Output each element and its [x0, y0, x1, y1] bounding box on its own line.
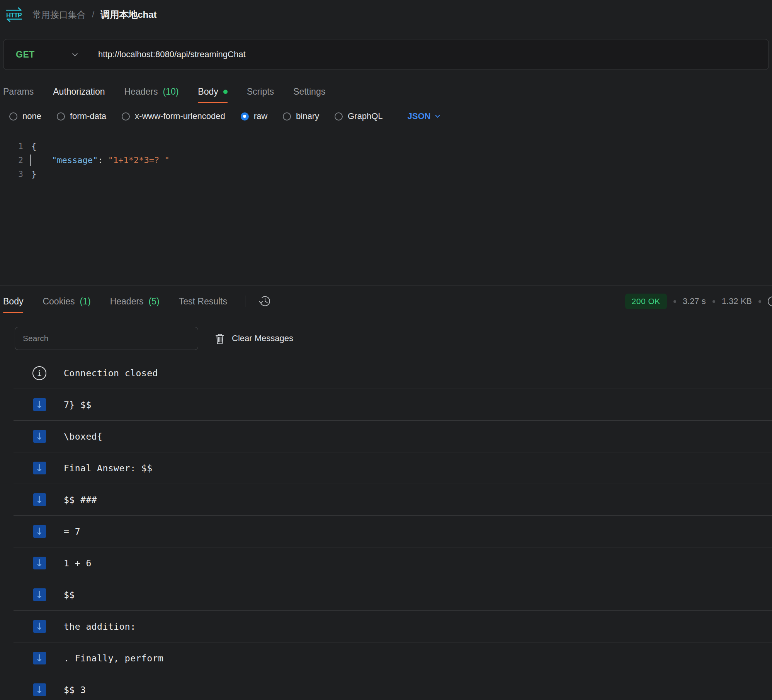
divider — [88, 46, 88, 63]
clipped-icon — [768, 296, 772, 306]
radio-icon — [122, 112, 130, 121]
code-token: "message" — [52, 155, 98, 165]
download-icon: ↓ — [33, 430, 46, 443]
body-type-raw[interactable]: raw — [241, 111, 267, 121]
request-tab-headers[interactable]: Headers(10) — [124, 80, 179, 103]
code-token — [31, 155, 52, 165]
tab-label: Settings — [293, 87, 325, 97]
response-time: 3.27 s — [683, 296, 706, 306]
download-icon: ↓ — [33, 557, 46, 569]
message-icon-cell: i — [32, 366, 46, 380]
request-tab-authorization[interactable]: Authorization — [53, 80, 105, 103]
message-row[interactable]: ↓7} $$ — [14, 389, 772, 421]
down-arrow-glyph: ↓ — [36, 527, 44, 536]
message-row[interactable]: ↓1 + 6 — [14, 547, 772, 579]
editor-line[interactable]: 3} — [0, 167, 772, 181]
tab-label: Authorization — [53, 87, 105, 97]
request-url-bar: GET http://localhost:8080/api/streamingC… — [3, 39, 769, 70]
message-row[interactable]: iConnection closed — [14, 357, 772, 389]
request-body-editor[interactable]: 1{2 "message": "1+1*2*3=? "3} — [0, 139, 772, 181]
message-row[interactable]: ↓$$ — [14, 579, 772, 611]
text-cursor — [30, 155, 31, 166]
message-row[interactable]: ↓the addition: — [14, 611, 772, 642]
tab-label: Params — [3, 87, 34, 97]
request-tab-settings[interactable]: Settings — [293, 80, 325, 103]
svg-text:HTTP: HTTP — [6, 12, 22, 19]
separator-dot — [712, 300, 715, 303]
code-token: { — [31, 141, 36, 151]
line-content: "message": "1+1*2*3=? " — [30, 153, 170, 167]
request-tab-params[interactable]: Params — [3, 80, 34, 103]
body-type-none[interactable]: none — [9, 111, 41, 121]
message-icon-cell: ↓ — [32, 620, 46, 633]
line-content: { — [30, 139, 36, 153]
editor-line[interactable]: 2 "message": "1+1*2*3=? " — [0, 153, 772, 167]
message-icon-cell: ↓ — [32, 588, 46, 601]
response-status: 200 OK 3.27 s 1.32 KB — [625, 286, 772, 317]
download-icon: ↓ — [33, 462, 46, 474]
response-tab-test-results[interactable]: Test Results — [179, 286, 227, 317]
download-icon: ↓ — [33, 588, 46, 601]
radio-label: binary — [296, 111, 319, 121]
clear-messages-button[interactable]: Clear Messages — [232, 333, 293, 343]
message-row[interactable]: ↓$$ 3 — [14, 674, 772, 700]
body-type-form-data[interactable]: form-data — [57, 111, 106, 121]
response-size: 1.32 KB — [722, 296, 752, 306]
message-text: . Finally, perform — [64, 653, 163, 663]
request-tab-body[interactable]: Body — [198, 80, 227, 103]
response-tabs: BodyCookies(1)Headers(5)Test Results — [3, 286, 227, 317]
breadcrumb-collection[interactable]: 常用接口集合 — [32, 9, 86, 21]
line-number: 2 — [0, 153, 23, 167]
tab-label: Test Results — [179, 296, 227, 307]
response-tab-headers[interactable]: Headers(5) — [110, 286, 160, 317]
chevron-down-icon — [435, 113, 440, 118]
message-row[interactable]: ↓\boxed{ — [14, 421, 772, 452]
content-type-select[interactable]: JSON — [408, 111, 440, 121]
message-text: = 7 — [64, 527, 80, 537]
tab-label: Headers — [110, 296, 144, 307]
download-icon: ↓ — [33, 620, 46, 633]
body-type-binary[interactable]: binary — [283, 111, 319, 121]
message-row[interactable]: ↓$$ ### — [14, 484, 772, 516]
down-arrow-glyph: ↓ — [36, 653, 44, 663]
search-input[interactable] — [15, 327, 198, 350]
down-arrow-glyph: ↓ — [36, 590, 44, 600]
message-text: 7} $$ — [64, 400, 92, 410]
radio-icon — [9, 112, 17, 121]
separator-dot — [758, 300, 761, 303]
code-token: : — [98, 155, 108, 165]
editor-line[interactable]: 1{ — [0, 139, 772, 153]
message-row[interactable]: ↓= 7 — [14, 516, 772, 547]
response-tab-body[interactable]: Body — [3, 286, 23, 317]
body-type-graphql[interactable]: GraphQL — [335, 111, 383, 121]
tab-count: (1) — [80, 296, 91, 307]
message-row[interactable]: ↓. Finally, perform — [14, 642, 772, 674]
method-select[interactable]: GET — [3, 49, 88, 60]
radio-icon — [283, 112, 291, 121]
down-arrow-glyph: ↓ — [36, 622, 44, 631]
chevron-down-icon — [72, 51, 78, 56]
download-icon: ↓ — [33, 398, 46, 411]
body-type-radio-group: noneform-datax-www-form-urlencodedrawbin… — [9, 111, 383, 121]
history-icon[interactable] — [258, 295, 272, 308]
message-text: \boxed{ — [64, 432, 102, 442]
message-icon-cell: ↓ — [32, 430, 46, 443]
down-arrow-glyph: ↓ — [36, 558, 44, 568]
request-tab-scripts[interactable]: Scripts — [247, 80, 274, 103]
download-icon: ↓ — [33, 683, 46, 696]
response-tab-cookies[interactable]: Cookies(1) — [43, 286, 90, 317]
radio-icon — [335, 112, 343, 121]
message-icon-cell: ↓ — [32, 525, 46, 538]
radio-label: none — [22, 111, 41, 121]
code-token: "1+1*2*3=? " — [108, 155, 170, 165]
trash-icon[interactable] — [214, 333, 225, 345]
info-glyph: i — [37, 369, 42, 377]
body-type-x-www-form-urlencoded[interactable]: x-www-form-urlencoded — [122, 111, 225, 121]
message-text: Final Answer: $$ — [64, 463, 153, 473]
download-icon: ↓ — [33, 525, 46, 538]
status-badge: 200 OK — [625, 294, 667, 309]
url-input[interactable]: http://localhost:8080/api/streamingChat — [98, 49, 246, 59]
down-arrow-glyph: ↓ — [36, 495, 44, 505]
message-row[interactable]: ↓Final Answer: $$ — [14, 452, 772, 484]
down-arrow-glyph: ↓ — [36, 685, 44, 695]
